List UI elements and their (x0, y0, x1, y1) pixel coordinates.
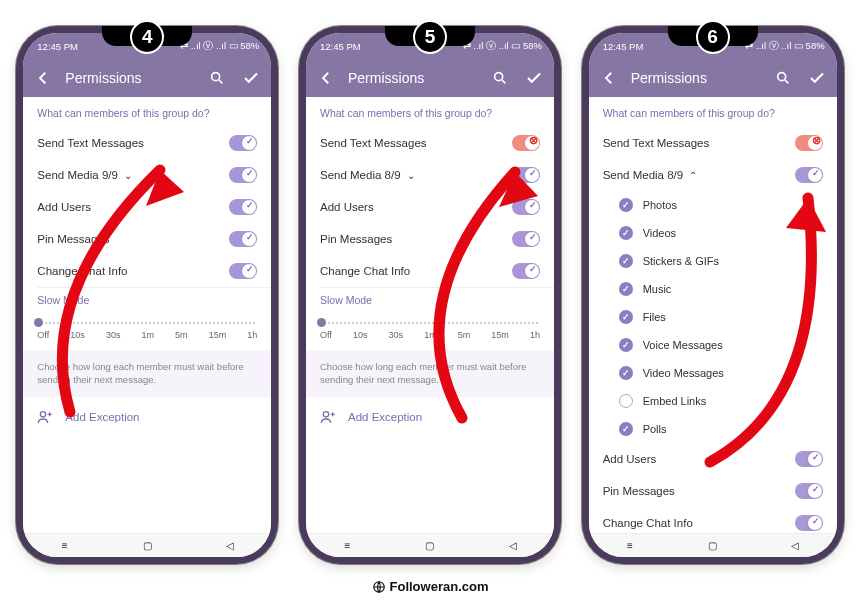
step-badge-4: 4 (130, 20, 164, 54)
toggle-icon[interactable] (795, 451, 823, 467)
row-pin[interactable]: Pin Messages (23, 223, 271, 255)
media-music[interactable]: ✓Music (589, 275, 837, 303)
app-header: Permissions (589, 59, 837, 97)
toggle-icon[interactable] (229, 135, 257, 151)
toggle-icon[interactable] (795, 515, 823, 531)
toggle-icon[interactable] (512, 135, 540, 151)
watermark: Followeran.com (0, 579, 860, 594)
media-stickers[interactable]: ✓Stickers & GIFs (589, 247, 837, 275)
add-exception-button[interactable]: Add Exception (23, 397, 271, 437)
android-nav: ≡▢◁ (23, 533, 271, 557)
back-icon[interactable] (597, 66, 621, 90)
toggle-icon[interactable] (512, 263, 540, 279)
row-add-users[interactable]: Add Users (23, 191, 271, 223)
media-videomsg[interactable]: ✓Video Messages (589, 359, 837, 387)
row-send-media[interactable]: Send Media 8/9⌃ (589, 159, 837, 191)
media-embed[interactable]: Embed Links (589, 387, 837, 415)
toggle-icon[interactable] (512, 231, 540, 247)
toggle-icon[interactable] (229, 231, 257, 247)
section-label: What can members of this group do? (23, 97, 271, 127)
svg-point-3 (323, 411, 328, 416)
svg-point-0 (212, 73, 220, 81)
media-videos[interactable]: ✓Videos (589, 219, 837, 247)
search-icon[interactable] (488, 66, 512, 90)
row-send-media[interactable]: Send Media 9/9⌄ (23, 159, 271, 191)
search-icon[interactable] (205, 66, 229, 90)
row-send-text[interactable]: Send Text Messages (23, 127, 271, 159)
svg-point-2 (495, 73, 503, 81)
slow-mode-slider[interactable] (320, 322, 540, 324)
svg-point-4 (777, 73, 785, 81)
media-voice[interactable]: ✓Voice Messages (589, 331, 837, 359)
app-header: Permissions (23, 59, 271, 97)
add-exception-button[interactable]: Add Exception (306, 397, 554, 437)
row-send-media[interactable]: Send Media 8/9⌄ (306, 159, 554, 191)
row-send-text[interactable]: Send Text Messages (306, 127, 554, 159)
back-icon[interactable] (314, 66, 338, 90)
toggle-icon[interactable] (229, 199, 257, 215)
row-change-info[interactable]: Change Chat Info (589, 507, 837, 533)
toggle-icon[interactable] (229, 167, 257, 183)
toggle-icon[interactable] (512, 167, 540, 183)
media-polls[interactable]: ✓Polls (589, 415, 837, 443)
step-badge-5: 5 (413, 20, 447, 54)
toggle-icon[interactable] (795, 167, 823, 183)
confirm-icon[interactable] (805, 66, 829, 90)
confirm-icon[interactable] (239, 66, 263, 90)
slow-mode-note: Choose how long each member must wait be… (23, 350, 271, 397)
row-pin[interactable]: Pin Messages (306, 223, 554, 255)
toggle-icon[interactable] (229, 263, 257, 279)
step-badge-6: 6 (696, 20, 730, 54)
back-icon[interactable] (31, 66, 55, 90)
row-pin[interactable]: Pin Messages (589, 475, 837, 507)
media-files[interactable]: ✓Files (589, 303, 837, 331)
row-send-text[interactable]: Send Text Messages (589, 127, 837, 159)
status-time: 12:45 PM (37, 41, 78, 52)
slow-mode: Slow Mode Off10s30s1m5m15m1h (23, 288, 271, 350)
page-title: Permissions (65, 70, 195, 86)
media-photos[interactable]: ✓Photos (589, 191, 837, 219)
row-add-users[interactable]: Add Users (589, 443, 837, 475)
toggle-icon[interactable] (512, 199, 540, 215)
app-header: Permissions (306, 59, 554, 97)
toggle-icon[interactable] (795, 483, 823, 499)
confirm-icon[interactable] (522, 66, 546, 90)
toggle-icon[interactable] (795, 135, 823, 151)
svg-point-1 (41, 411, 46, 416)
row-change-info[interactable]: Change Chat Info (23, 255, 271, 287)
status-right: ⇄ ..ıl ⓥ ..ıl ▭ 58% (180, 40, 259, 53)
search-icon[interactable] (771, 66, 795, 90)
row-change-info[interactable]: Change Chat Info (306, 255, 554, 287)
row-add-users[interactable]: Add Users (306, 191, 554, 223)
slow-mode-slider[interactable] (37, 322, 257, 324)
